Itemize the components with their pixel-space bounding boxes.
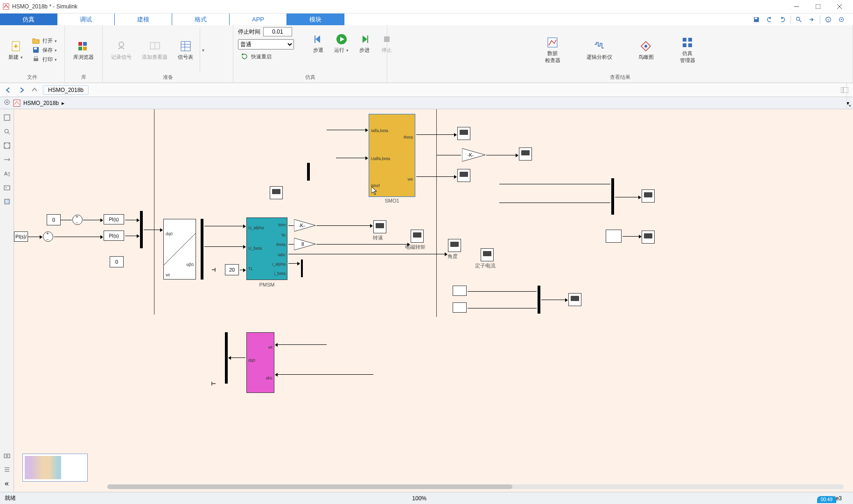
print-button[interactable]: 打印 (29, 55, 60, 63)
mux-right-bot[interactable] (538, 286, 540, 314)
mux-iab[interactable] (301, 259, 303, 277)
logic-analyzer-button[interactable]: 逻辑分析仪 (583, 38, 616, 63)
palette-list-icon[interactable] (2, 465, 12, 474)
sum-1[interactable] (72, 215, 83, 225)
palette-arrows-icon[interactable] (2, 155, 12, 164)
demux-dq0[interactable] (201, 219, 203, 280)
step-forward-button[interactable]: 步进 (354, 31, 375, 56)
qat-redo-icon[interactable] (777, 14, 788, 25)
scope-angle[interactable] (448, 239, 461, 252)
scope-we[interactable] (457, 169, 470, 182)
model-canvas[interactable]: Ialfa,beta Ualfa,beta Wref theta we SMO1… (14, 109, 853, 492)
qat-zoom-icon[interactable] (794, 14, 804, 25)
nav-crumb[interactable]: HSMO_2018b (43, 85, 89, 95)
save-button[interactable]: 保存 (29, 46, 60, 54)
window-close[interactable] (829, 0, 850, 13)
mux-bottom[interactable] (225, 332, 228, 384)
nav-forward-icon[interactable] (17, 85, 26, 95)
block-smo1[interactable]: Ialfa,beta Ualfa,beta Wref theta we (369, 114, 415, 197)
svg-rect-35 (548, 38, 557, 47)
block-dq0-2[interactable]: dq0 wt abc (246, 332, 274, 393)
canvas-scrollbar-horizontal[interactable] (107, 484, 844, 489)
record-signal-button[interactable]: 记录信号 (107, 38, 135, 63)
constant-0b[interactable]: 0 (110, 256, 124, 267)
target-toggle-icon[interactable] (4, 99, 10, 107)
palette-fit-icon[interactable] (2, 141, 12, 150)
palette-show-hide-icon[interactable] (2, 113, 12, 122)
tab-modeling[interactable]: 建模 (115, 14, 172, 25)
qat-undo-icon[interactable] (764, 14, 775, 25)
scope-theta[interactable] (457, 127, 470, 140)
tab-simulation[interactable]: 仿真 (0, 14, 57, 25)
birdseye-button[interactable]: 鸟瞰图 (635, 38, 657, 63)
mux-right-top[interactable] (611, 178, 614, 215)
window-minimize[interactable] (786, 0, 807, 13)
fast-restart-button[interactable]: 快速重启 (238, 52, 274, 61)
library-browser-button[interactable]: 库浏览器 (70, 38, 98, 63)
new-button[interactable]: 新建 (5, 38, 27, 63)
scope-mux1[interactable] (270, 186, 283, 199)
scope-stator[interactable] (481, 248, 494, 261)
scope-right-top[interactable] (642, 189, 655, 203)
tab-format[interactable]: 格式 (172, 14, 230, 25)
qat-save-icon[interactable] (751, 14, 762, 25)
add-viewer-button[interactable]: 添加查看器 (138, 38, 171, 63)
block-pi-outer[interactable]: PI(s)/ (14, 231, 28, 242)
model-path-root[interactable]: HSMO_2018b (23, 100, 59, 106)
scope-torque[interactable] (411, 230, 424, 243)
scope-right-mid[interactable] (642, 231, 655, 244)
nav-back-icon[interactable] (4, 85, 13, 95)
palette-zoom-icon[interactable] (2, 127, 12, 136)
path-chevron-icon[interactable]: ▸ (62, 100, 64, 106)
qat-target-icon[interactable] (836, 14, 846, 25)
gain-k[interactable]: -K- (294, 219, 315, 231)
stoptime-input[interactable] (263, 27, 292, 36)
window-maximize[interactable] (807, 0, 829, 13)
block-pi1[interactable]: PI(s) (104, 214, 124, 224)
qat-goto-icon[interactable] (807, 14, 817, 25)
run-button[interactable]: 运行 (330, 31, 352, 56)
open-button[interactable]: 打开 (29, 36, 60, 45)
terminator-1[interactable] (212, 266, 217, 272)
signal-table-button[interactable]: 信号表 (174, 38, 197, 63)
mux-pi[interactable] (140, 211, 143, 248)
step-back-button[interactable]: 步退 (308, 31, 329, 56)
scope-speed[interactable] (373, 220, 386, 233)
status-ready: 就绪 (5, 494, 16, 502)
tab-module[interactable]: 模块 (287, 14, 344, 25)
group-label-sim: 仿真 (238, 73, 382, 82)
scope-right-bot[interactable] (568, 293, 581, 306)
sim-speed-select[interactable]: 普通 (238, 39, 294, 49)
gain-8[interactable]: 8 (294, 238, 315, 250)
terminator-2[interactable] (209, 380, 216, 385)
constant-0a[interactable]: 0 (47, 214, 61, 225)
svg-rect-18 (34, 58, 38, 61)
scrollbar-thumb[interactable] (107, 484, 512, 489)
xfer-1[interactable] (453, 286, 467, 296)
stop-button[interactable]: 停止 (377, 31, 397, 56)
gain-k2[interactable]: -K- (462, 148, 485, 161)
constant-20[interactable]: 20 (225, 264, 239, 275)
block-pmsm[interactable]: U_alpha U_beta TL Wm Te theta Iabc i_alp… (246, 217, 287, 280)
tab-debug[interactable]: 调试 (57, 14, 115, 25)
canvas-minimap[interactable] (22, 454, 88, 482)
sim-manager-button[interactable]: 仿真 管理器 (676, 34, 699, 66)
tab-app[interactable]: APP (230, 14, 287, 25)
block-pi2[interactable]: PI(s) (104, 231, 124, 241)
xfer-2[interactable] (453, 302, 467, 313)
status-zoom[interactable]: 100% (16, 495, 823, 502)
data-inspector-button[interactable]: 数据 检查器 (541, 34, 564, 66)
sum-2[interactable] (43, 231, 53, 242)
nav-up-icon[interactable] (30, 85, 39, 95)
sum-right[interactable] (606, 230, 622, 243)
block-dq0-1[interactable]: dq0 αβ0 wt (163, 219, 196, 280)
palette-area-icon[interactable] (2, 197, 12, 206)
mux-ialfabeta[interactable] (307, 163, 310, 181)
palette-annotate-icon[interactable]: A▯ (2, 169, 12, 178)
palette-collapse-icon[interactable]: « (2, 479, 12, 488)
palette-image-icon[interactable] (2, 183, 12, 192)
scope-k-out[interactable] (519, 147, 532, 161)
prepare-more-button[interactable]: ▾ (200, 28, 206, 72)
qat-help-icon[interactable]: ? (823, 14, 833, 25)
palette-camera-icon[interactable] (2, 451, 12, 460)
